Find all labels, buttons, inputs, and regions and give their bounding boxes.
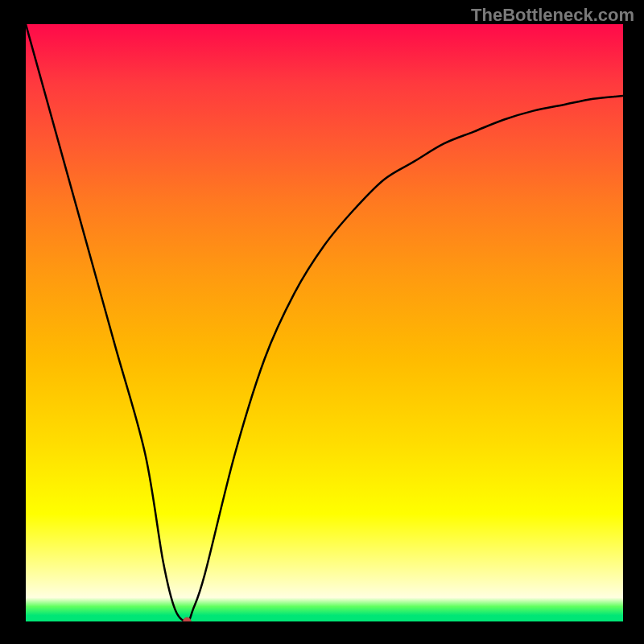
bottleneck-curve xyxy=(26,24,623,621)
watermark-text: TheBottleneck.com xyxy=(471,5,634,26)
plot-area xyxy=(26,24,623,621)
